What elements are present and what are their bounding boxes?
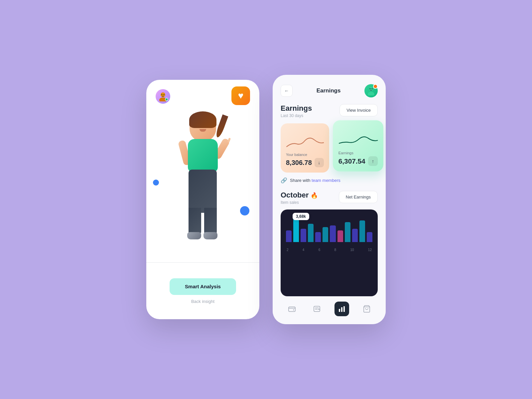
cards-row: Your balance 8,306.78 ↓ Earnings xyxy=(273,123,386,173)
bar-7 xyxy=(337,230,343,242)
earnings-label-group: Earnings Last 30 days xyxy=(281,104,312,118)
bar-11 xyxy=(367,232,372,242)
chart-label-12: 12 xyxy=(368,248,372,252)
svg-point-9 xyxy=(372,88,373,89)
svg-rect-13 xyxy=(339,309,340,312)
bar-4 xyxy=(315,232,321,242)
char-torso xyxy=(188,139,218,172)
chart-label-4: 4 xyxy=(303,248,305,252)
net-earnings-button[interactable]: Net Earnings xyxy=(339,191,378,203)
chart-labels: 24681012 xyxy=(286,248,372,252)
char-shoe-left xyxy=(187,232,201,239)
chart-label-6: 6 xyxy=(319,248,321,252)
bar-0 xyxy=(286,230,292,242)
back-insight-text: Back insight xyxy=(191,299,214,304)
link-icon: 🔗 xyxy=(281,177,287,184)
char-hair xyxy=(189,111,216,128)
earnings-arrow: ↑ xyxy=(368,156,378,166)
balance-arrow: ↓ xyxy=(315,158,324,167)
share-link[interactable]: team members xyxy=(312,178,340,183)
chart-section: 3,68k 24681012 xyxy=(281,209,378,296)
share-text: Share with team members xyxy=(290,178,340,183)
blue-dot-right xyxy=(240,206,249,215)
bar-3 xyxy=(308,224,314,242)
chart-label-10: 10 xyxy=(350,248,354,252)
bar-1 xyxy=(293,219,299,242)
earnings-main-title: Earnings xyxy=(281,104,312,113)
character-illustration xyxy=(160,100,246,246)
bar-2 xyxy=(301,229,306,242)
earnings-card-label: Earnings xyxy=(338,151,378,155)
bottom-nav xyxy=(273,296,386,324)
char-hair-tail xyxy=(215,114,228,138)
nav-bag[interactable] xyxy=(359,302,374,316)
back-button[interactable]: ← xyxy=(281,85,293,97)
balance-chart xyxy=(286,129,324,149)
bar-9 xyxy=(352,229,358,242)
chart-label-8: 8 xyxy=(334,248,336,252)
svg-point-3 xyxy=(162,94,163,95)
balance-label: Your balance xyxy=(286,153,324,157)
view-invoice-button[interactable]: View Invoice xyxy=(339,104,378,116)
bar-10 xyxy=(359,220,365,242)
october-section: October 🔥 Item sales Net Earnings xyxy=(273,188,386,209)
svg-rect-15 xyxy=(343,306,345,312)
flame-emoji: 🔥 xyxy=(311,192,318,199)
svg-point-4 xyxy=(164,94,165,95)
october-subtitle: Item sales xyxy=(281,200,318,205)
earnings-value-row: 6,307.54 ↑ xyxy=(338,156,378,166)
svg-rect-14 xyxy=(341,307,342,312)
chart-label-2: 2 xyxy=(287,248,289,252)
smart-analysis-button[interactable]: Smart Analysis xyxy=(170,278,236,295)
nav-wallet[interactable] xyxy=(285,302,299,316)
svg-rect-10 xyxy=(289,307,295,312)
nav-card[interactable] xyxy=(310,302,324,316)
svg-point-8 xyxy=(370,88,371,89)
october-label-group: October 🔥 Item sales xyxy=(281,191,318,205)
october-title: October 🔥 xyxy=(281,191,318,200)
blue-dot-left xyxy=(153,180,159,186)
nav-bar-chart[interactable] xyxy=(334,302,349,316)
user-avatar xyxy=(364,84,378,97)
char-pants xyxy=(189,170,217,213)
earnings-card: Earnings 6,307.54 ↑ xyxy=(333,120,383,172)
bar-8 xyxy=(345,222,350,242)
earnings-chart xyxy=(338,126,378,146)
bottom-section: Smart Analysis Back insight xyxy=(146,263,259,319)
balance-card: Your balance 8,306.78 ↓ xyxy=(281,123,329,173)
right-phone: ← Earnings Earnings Last 30 days xyxy=(273,75,386,324)
share-section: 🔗 Share with team members xyxy=(273,173,386,188)
earnings-value: 6,307.54 xyxy=(338,157,365,165)
char-shoe-right xyxy=(203,232,217,239)
bar-5 xyxy=(323,227,328,242)
balance-value: 8,306.78 xyxy=(286,159,312,167)
bar-6 xyxy=(330,225,335,242)
left-phone: ♥ xyxy=(146,80,259,319)
earnings-subtitle: Last 30 days xyxy=(281,113,312,118)
balance-value-row: 8,306.78 ↓ xyxy=(286,158,324,167)
char-leg-left xyxy=(189,208,201,234)
earnings-header: ← Earnings xyxy=(273,75,386,101)
chart-tooltip: 3,68k xyxy=(293,213,309,220)
char-leg-right xyxy=(204,208,217,234)
svg-point-7 xyxy=(368,92,374,95)
header-title: Earnings xyxy=(317,87,341,94)
svg-point-11 xyxy=(293,310,294,311)
